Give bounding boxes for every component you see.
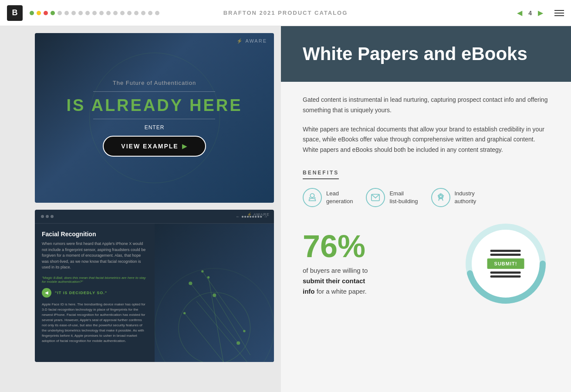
email-list-label: Email list-building [389, 190, 418, 205]
logo: B [7, 5, 23, 21]
svg-point-12 [213, 294, 216, 297]
svg-point-0 [178, 292, 250, 362]
facial-rec-title: Facial Recognition [42, 231, 148, 238]
small-dot-2 [46, 215, 49, 218]
section-title: White Papers and eBooks [303, 44, 549, 64]
section-body: Gated content is instrumental in lead nu… [281, 82, 571, 392]
svg-line-6 [196, 301, 256, 362]
benefits-row: Lead generation Email list-building [303, 188, 549, 207]
facial-rec-body2: Apple Face ID is here. The trendsetting … [42, 302, 148, 344]
dot-3 [44, 11, 48, 15]
email-icon [366, 188, 385, 207]
stat-description: of buyers are willing to submit their co… [303, 265, 449, 297]
facial-rec-cta: ◀ "IT IS DECIDEDLY SO." [42, 288, 148, 298]
lead-generation-label: Lead generation [326, 190, 353, 205]
dot-5 [57, 11, 62, 15]
dot-1 [30, 11, 34, 15]
facial-rec-quote: "Magic 8-Ball, does this mean that facia… [42, 276, 148, 284]
preview-2-dots [41, 215, 54, 218]
preview-2-visual [155, 224, 274, 362]
dot-2 [37, 11, 41, 15]
whitepaper-preview-1: ⚡ AWARE The Future of Authentication IS … [35, 33, 274, 203]
small-dot-3 [51, 215, 54, 218]
submit-button-visual: SUBMIT! [487, 258, 524, 269]
left-panel: ⚡ AWARE The Future of Authentication IS … [0, 26, 281, 392]
cta-icon: ◀ [42, 288, 51, 298]
dot-18 [148, 11, 152, 15]
progress-dots [30, 11, 159, 15]
top-navigation: B BRAFTON 2021 PRODUCT CATALOG ◀ 4 ▶ [0, 0, 571, 26]
small-dot-1 [41, 215, 44, 218]
dot-10 [92, 11, 97, 15]
submit-visual: SUBMIT! [462, 220, 549, 307]
dot-11 [99, 11, 104, 15]
dot-16 [134, 11, 139, 15]
main-layout: ⚡ AWARE The Future of Authentication IS … [0, 26, 571, 392]
svg-point-11 [243, 330, 245, 332]
dot-7 [71, 11, 76, 15]
stat-text-block: 76% of buyers are willing to submit thei… [303, 231, 449, 297]
benefit-email-list: Email list-building [366, 188, 418, 207]
dot-4 [51, 11, 55, 15]
network-svg [155, 224, 274, 362]
stat-number: 76% [303, 231, 449, 262]
bg-circle [89, 53, 220, 183]
benefit-industry-authority: Industry authority [431, 188, 476, 207]
whitepaper-preview-2: ← ●●●●●●●● → ⚡ AWARE Facial Recognition … [35, 210, 274, 362]
preview-2-header: ← ●●●●●●●● → ⚡ AWARE [35, 210, 274, 224]
dot-14 [120, 11, 125, 15]
menu-line-1 [554, 10, 564, 11]
dot-6 [64, 11, 69, 15]
dot-9 [85, 11, 90, 15]
page-number: 4 [528, 10, 532, 17]
preview-2-content: Facial Recognition When rumors were firs… [35, 224, 274, 362]
line-1 [490, 250, 521, 252]
dot-15 [127, 11, 132, 15]
svg-point-15 [207, 276, 209, 278]
dot-12 [106, 11, 111, 15]
preview-2-text: Facial Recognition When rumors were firs… [35, 224, 155, 362]
cta-text: "IT IS DECIDEDLY SO." [55, 291, 107, 295]
menu-line-2 [554, 13, 564, 13]
svg-line-7 [208, 278, 226, 362]
dot-8 [78, 11, 83, 15]
menu-button[interactable] [554, 10, 564, 16]
dot-19 [155, 11, 159, 15]
svg-point-1 [155, 268, 274, 362]
line-3 [490, 271, 521, 274]
next-page-button[interactable]: ▶ [535, 8, 546, 18]
dot-13 [113, 11, 118, 15]
description-1: Gated content is instrumental in lead nu… [303, 95, 549, 116]
svg-line-5 [184, 313, 232, 362]
submit-lines-bottom [490, 271, 521, 278]
facial-rec-body1: When rumors were first heard that Apple'… [42, 241, 148, 271]
industry-authority-label: Industry authority [455, 190, 476, 205]
benefit-lead-generation: Lead generation [303, 188, 353, 207]
line-2 [490, 254, 521, 256]
menu-line-3 [554, 15, 564, 16]
line-4 [490, 275, 521, 278]
svg-point-9 [201, 270, 203, 272]
aware-logo-2: ⚡ AWARE [247, 212, 270, 217]
right-panel: White Papers and eBooks Gated content is… [281, 26, 571, 392]
dot-17 [141, 11, 145, 15]
lead-generation-icon [303, 188, 322, 207]
benefits-heading: BENEFITS [303, 170, 339, 179]
prev-page-button[interactable]: ◀ [514, 8, 525, 18]
award-icon [431, 188, 450, 207]
nav-controls: ◀ 4 ▶ [514, 8, 564, 18]
aware-logo-1: ⚡ AWARE [237, 38, 267, 44]
stat-section: 76% of buyers are willing to submit thei… [303, 220, 549, 307]
svg-point-8 [189, 281, 192, 285]
svg-point-13 [183, 312, 185, 314]
svg-line-4 [214, 295, 250, 355]
catalog-title: BRAFTON 2021 PRODUCT CATALOG [223, 10, 348, 16]
submit-box: SUBMIT! [487, 250, 524, 278]
submit-lines-top [490, 250, 521, 256]
svg-point-10 [237, 341, 240, 345]
section-header: White Papers and eBooks [281, 26, 571, 82]
description-2: White papers are technical documents tha… [303, 124, 549, 155]
